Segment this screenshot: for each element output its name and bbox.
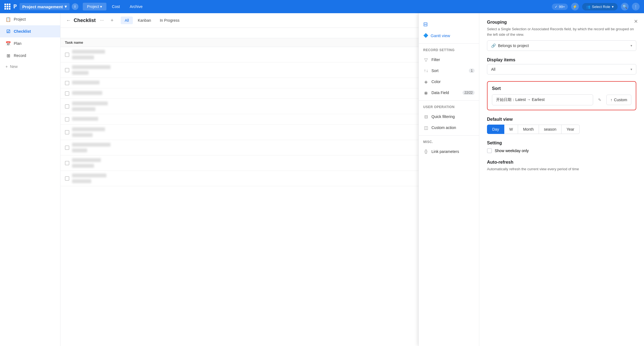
main-nav: Project ▾ Cost Archive (83, 3, 147, 10)
view-btn-season[interactable]: season (539, 125, 562, 134)
view-buttons: Day W Month season Year (487, 125, 636, 134)
app-logo-icon: ℙ (13, 4, 17, 10)
menu-item-color[interactable]: ◈ Color (419, 76, 479, 87)
sidebar-item-checklist[interactable]: ☑ Checklist (0, 25, 60, 37)
row-checkbox[interactable] (65, 117, 69, 122)
row-checkbox[interactable] (65, 81, 69, 85)
grouping-selected-label: Belongs to project (498, 43, 529, 48)
row-checkbox[interactable] (65, 104, 69, 109)
divider-2 (419, 100, 479, 101)
app-name[interactable]: Project management ▾ (20, 3, 70, 10)
row-checkbox[interactable] (65, 53, 69, 57)
gantt-view-text: Gantt view (431, 33, 450, 38)
sort-custom-arrow-icon: ↑ (610, 98, 612, 102)
info-button[interactable]: i (72, 3, 78, 10)
settings-panel: ✕ Grouping Select a Single Selection or … (479, 13, 644, 346)
grouping-desc: Select a Single Selection or Associated … (487, 26, 636, 37)
app-name-label: Project management (22, 4, 63, 9)
select-role-button[interactable]: 👥 Select Role ▾ (582, 3, 618, 10)
grouping-select[interactable]: 🔗 Belongs to project ▾ (487, 40, 636, 51)
record-setting-section: Record Setting (419, 46, 479, 54)
grouping-chevron-icon: ▾ (631, 44, 632, 48)
badge-count: 99+ (559, 5, 565, 9)
filter-icon: ▽ (423, 57, 429, 62)
row-text (72, 81, 443, 85)
row-checkbox[interactable] (65, 91, 69, 96)
display-items-select[interactable]: All ▾ (487, 64, 636, 75)
nav-item-project[interactable]: Project ▾ (83, 3, 106, 10)
menu-item-filter[interactable]: ▽ Filter (419, 54, 479, 65)
view-btn-month[interactable]: Month (518, 125, 539, 134)
sidebar-item-project-label: Project (14, 17, 26, 21)
check-badge[interactable]: ✓ 99+ (552, 4, 568, 10)
row-checkbox[interactable] (65, 145, 69, 150)
datafield-icon: ◉ (423, 90, 429, 95)
row-checkbox[interactable] (65, 176, 69, 181)
display-items-label: All (491, 67, 496, 72)
edit-icon: ✎ (598, 98, 601, 102)
search-icon[interactable]: 🔍 (621, 3, 629, 10)
lightning-icon[interactable]: ⚡ (571, 3, 579, 10)
view-btn-w[interactable]: W (504, 125, 518, 134)
menu-datafield-label: Data Field (431, 90, 449, 95)
menu-item-datafield[interactable]: ◉ Data Field 22/22 (419, 87, 479, 98)
menu-sort-label: Sort (431, 68, 439, 73)
sort-edit-button[interactable]: ✎ (595, 95, 604, 104)
row-text (72, 65, 443, 75)
setting-title: Setting (487, 141, 636, 145)
checklist-title: Checklist (74, 18, 96, 23)
checklist-tabs: All Kanban In Progress (121, 17, 183, 24)
nav-item-cost[interactable]: Cost (108, 3, 124, 10)
sort-condition-label: 开始日期：Latest → Earliest (496, 97, 545, 102)
sidebar: 📋 Project ☑ Checklist 📅 Plan ⊞ Record + … (0, 13, 60, 346)
row-checkbox[interactable] (65, 68, 69, 72)
sort-icon: ↑↓ (423, 68, 429, 73)
close-button[interactable]: ✕ (632, 18, 640, 25)
menu-item-custom-action[interactable]: ◫ Custom action (419, 122, 479, 133)
tab-kanban[interactable]: Kanban (134, 17, 155, 24)
sort-condition[interactable]: 开始日期：Latest → Earliest (492, 94, 593, 105)
misc-section: Misc. (419, 138, 479, 146)
nav-item-archive[interactable]: Archive (125, 3, 147, 10)
gantt-view-label[interactable]: 🔷 Gantt view (419, 30, 479, 41)
sidebar-item-plan[interactable]: 📅 Plan (0, 37, 60, 50)
plan-icon: 📅 (5, 41, 11, 46)
main-layout: 📋 Project ☑ Checklist 📅 Plan ⊞ Record + … (0, 13, 644, 346)
display-items-title: Display items (487, 57, 636, 62)
view-btn-day[interactable]: Day (487, 125, 504, 134)
sidebar-item-plan-label: Plan (14, 41, 21, 46)
check-icon: ✓ (555, 5, 558, 9)
filter-lines-icon: ⊟ (423, 21, 428, 28)
menu-item-quick-filter[interactable]: ⊟ Quick filtering (419, 111, 479, 122)
gantt-view-icon: 🔷 (423, 33, 428, 38)
gantt-view-filter-button[interactable]: ⊟ (423, 21, 428, 28)
menu-quick-filter-label: Quick filtering (431, 114, 455, 119)
row-checkbox[interactable] (65, 161, 69, 165)
sidebar-item-record[interactable]: ⊞ Record (0, 50, 60, 62)
sidebar-add-new[interactable]: + New (0, 62, 60, 72)
sort-title: Sort (492, 86, 631, 91)
filter-icon-row: ⊟ (419, 18, 479, 30)
menu-custom-action-label: Custom action (431, 125, 456, 130)
row-text (72, 101, 443, 111)
auto-refresh-desc: Automatically refresh the current view e… (487, 166, 636, 172)
more-button[interactable]: ··· (98, 17, 105, 23)
sort-custom-button[interactable]: ↑ Custom (606, 95, 631, 105)
weekday-checkbox[interactable] (487, 148, 492, 153)
back-icon[interactable]: ← (66, 18, 71, 23)
sidebar-item-checklist-label: Checklist (14, 29, 31, 34)
select-role-label: Select Role (592, 5, 610, 9)
add-tab-button[interactable]: + (108, 17, 116, 24)
right-panel: ⊟ 🔷 Gantt view Record Setting ▽ Filter ↑… (419, 13, 644, 346)
more-icon[interactable]: ⋮ (632, 3, 640, 10)
user-operation-section: User Operation (419, 103, 479, 111)
datafield-badge: 22/22 (463, 90, 475, 95)
users-icon: 👥 (586, 5, 590, 9)
tab-all[interactable]: All (121, 17, 133, 24)
menu-item-sort[interactable]: ↑↓ Sort 1 (419, 65, 479, 76)
sidebar-item-project[interactable]: 📋 Project (0, 13, 60, 25)
menu-item-link-params[interactable]: {} Link parameters (419, 146, 479, 157)
tab-inprogress[interactable]: In Progress (156, 17, 183, 24)
row-checkbox[interactable] (65, 130, 69, 134)
view-btn-year[interactable]: Year (562, 125, 579, 134)
